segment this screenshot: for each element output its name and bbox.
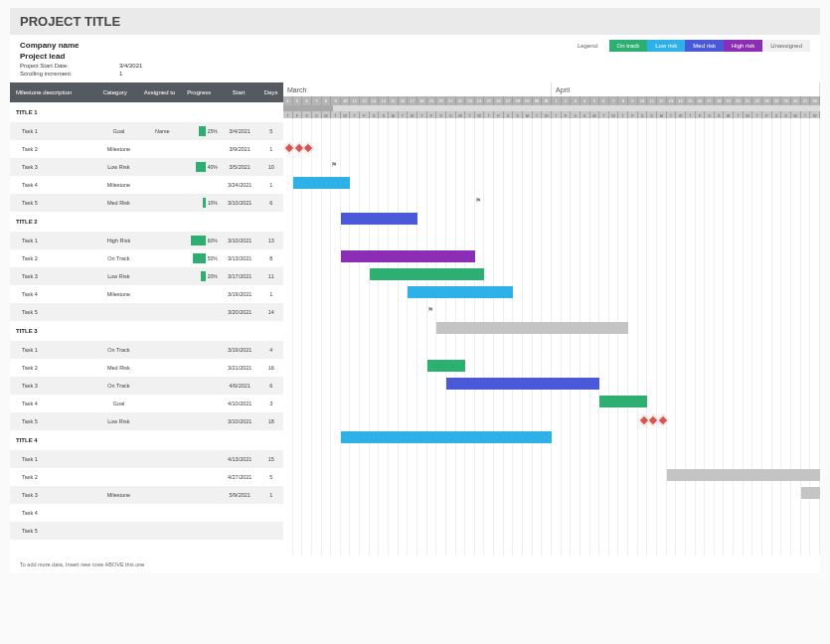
cell-desc[interactable]: Task 3 [10, 273, 94, 279]
cell-progress[interactable]: 40% [182, 162, 221, 172]
cell-desc[interactable]: Task 2 [10, 146, 94, 152]
gantt-bar[interactable] [341, 213, 417, 225]
table-row[interactable]: Task 4Goal4/10/20213 [10, 395, 283, 412]
cell-days[interactable]: 1 [259, 146, 283, 152]
cell-category[interactable]: Milestone [94, 291, 143, 297]
table-row[interactable]: Task 4 [10, 504, 283, 522]
cell-category[interactable]: Goal [94, 401, 143, 406]
cell-category[interactable]: Low Risk [94, 418, 143, 424]
table-row[interactable]: Task 3On Track4/6/20216 [10, 377, 283, 395]
cell-desc[interactable]: Task 1 [10, 347, 94, 353]
scroll-increment-value[interactable]: 1 [119, 71, 122, 77]
table-row[interactable]: Task 5Med Risk10%3/10/20216 [10, 194, 283, 212]
cell-days[interactable]: 15 [259, 456, 283, 462]
table-row[interactable]: Task 5Low Risk3/10/202118 [10, 412, 283, 430]
project-title[interactable]: PROJECT TITLE [10, 8, 820, 35]
cell-category[interactable]: On Track [94, 383, 143, 389]
cell-start[interactable]: 3/10/2021 [221, 238, 259, 243]
table-row[interactable]: Task 4Milestone3/24/20211 [10, 176, 283, 194]
cell-desc[interactable]: Task 4 [10, 401, 94, 406]
table-row[interactable]: Task 1High Risk60%3/10/202113 [10, 232, 283, 249]
cell-desc[interactable]: Task 5 [10, 309, 94, 315]
cell-category[interactable]: On Track [94, 255, 143, 261]
gantt-bar[interactable] [293, 177, 351, 189]
section-title[interactable]: TITLE 2 [10, 212, 283, 232]
table-row[interactable]: Task 3Milestone5/9/20211 [10, 486, 283, 504]
table-row[interactable]: Task 3Low Risk40%3/5/202110 [10, 158, 283, 176]
cell-start[interactable]: 4/13/2021 [221, 456, 259, 462]
cell-start[interactable]: 3/10/2021 [221, 418, 259, 424]
cell-category[interactable]: Med Risk [94, 200, 143, 206]
cell-start[interactable]: 3/19/2021 [221, 347, 259, 353]
cell-desc[interactable]: Task 5 [10, 200, 94, 206]
cell-start[interactable]: 4/10/2021 [221, 401, 259, 406]
table-row[interactable]: Task 3Low Risk20%3/17/202111 [10, 267, 283, 285]
table-row[interactable]: Task 2Milestone3/9/20211 [10, 140, 283, 158]
cell-category[interactable]: Low Risk [94, 164, 143, 170]
table-row[interactable]: Task 24/27/20215 [10, 468, 283, 486]
section-title[interactable]: TITLE 4 [10, 430, 283, 450]
cell-desc[interactable]: Task 2 [10, 255, 94, 261]
cell-desc[interactable]: Task 1 [10, 238, 94, 243]
table-row[interactable]: Task 2Med Risk3/21/202116 [10, 359, 283, 377]
lead-label[interactable]: Project lead [20, 52, 119, 61]
gantt-bar[interactable] [341, 431, 552, 443]
cell-category[interactable]: Med Risk [94, 365, 143, 371]
gantt-bar[interactable] [599, 396, 647, 407]
cell-progress[interactable]: 25% [182, 126, 221, 136]
cell-days[interactable]: 10 [259, 164, 283, 170]
gantt-bar[interactable] [667, 469, 820, 481]
cell-desc[interactable]: Task 5 [10, 418, 94, 424]
cell-start[interactable]: 3/19/2021 [221, 291, 259, 297]
table-row[interactable]: Task 14/13/202115 [10, 450, 283, 468]
cell-assigned[interactable]: Name [143, 128, 182, 134]
table-row[interactable]: Task 5 [10, 522, 283, 540]
cell-desc[interactable]: Task 3 [10, 492, 94, 498]
cell-start[interactable]: 3/13/2021 [221, 255, 259, 261]
section-title[interactable]: TITLE 3 [10, 321, 283, 341]
cell-start[interactable]: 4/27/2021 [221, 474, 259, 480]
company-label[interactable]: Company name [20, 41, 119, 50]
table-row[interactable]: Task 4Milestone3/19/20211 [10, 285, 283, 303]
cell-days[interactable]: 5 [259, 128, 283, 134]
gantt-bar[interactable] [427, 360, 466, 372]
cell-days[interactable]: 1 [259, 492, 283, 498]
cell-start[interactable]: 3/20/2021 [221, 309, 259, 315]
cell-progress[interactable]: 10% [182, 198, 221, 208]
cell-days[interactable]: 6 [259, 383, 283, 389]
cell-start[interactable]: 3/5/2021 [221, 164, 259, 170]
start-date-value[interactable]: 3/4/2021 [119, 63, 142, 69]
gantt-bar[interactable] [801, 487, 820, 499]
cell-progress[interactable]: 50% [182, 253, 221, 263]
cell-desc[interactable]: Task 4 [10, 510, 94, 516]
cell-days[interactable]: 1 [259, 291, 283, 297]
table-row[interactable]: Task 1On Track3/19/20214 [10, 341, 283, 359]
gantt-bar[interactable] [370, 268, 485, 280]
cell-days[interactable]: 5 [259, 474, 283, 480]
cell-days[interactable]: 3 [259, 401, 283, 406]
cell-category[interactable]: High Risk [94, 238, 143, 243]
cell-days[interactable]: 16 [259, 365, 283, 371]
cell-desc[interactable]: Task 3 [10, 383, 94, 389]
cell-days[interactable]: 4 [259, 347, 283, 353]
cell-category[interactable]: Milestone [94, 492, 143, 498]
gantt-bar[interactable] [446, 378, 599, 390]
cell-start[interactable]: 3/4/2021 [221, 128, 259, 134]
cell-start[interactable]: 3/24/2021 [221, 182, 259, 188]
cell-desc[interactable]: Task 5 [10, 528, 94, 534]
cell-progress[interactable]: 60% [182, 236, 221, 245]
cell-days[interactable]: 8 [259, 255, 283, 261]
gantt-bar[interactable] [341, 250, 475, 262]
table-row[interactable]: Task 1GoalName25%3/4/20215 [10, 122, 283, 140]
cell-start[interactable]: 4/6/2021 [221, 383, 259, 389]
cell-desc[interactable]: Task 2 [10, 474, 94, 480]
cell-days[interactable]: 13 [259, 238, 283, 243]
gantt-bar[interactable] [436, 322, 628, 334]
cell-category[interactable]: Milestone [94, 182, 143, 188]
cell-desc[interactable]: Task 2 [10, 365, 94, 371]
cell-category[interactable]: Goal [94, 128, 143, 134]
cell-desc[interactable]: Task 4 [10, 291, 94, 297]
cell-days[interactable]: 18 [259, 418, 283, 424]
cell-start[interactable]: 5/9/2021 [221, 492, 259, 498]
cell-days[interactable]: 1 [259, 182, 283, 188]
